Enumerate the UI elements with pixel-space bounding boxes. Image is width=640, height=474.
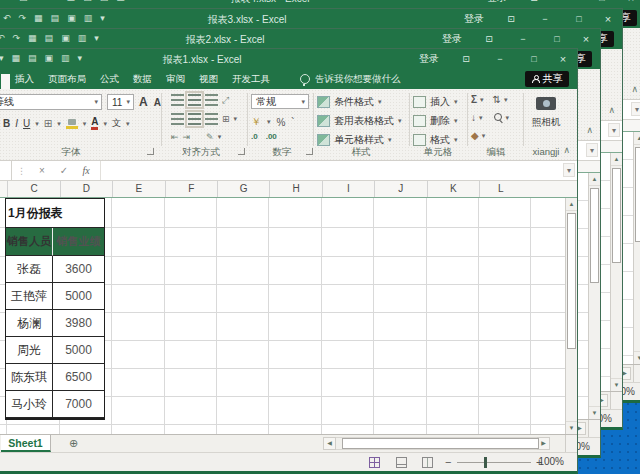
qat-more-icon[interactable]: ▾ [78, 52, 83, 65]
decrease-decimal-icon[interactable]: .00 [266, 132, 277, 141]
column-header[interactable]: D [61, 181, 113, 197]
qat-icon[interactable]: ▣ [61, 32, 70, 45]
excel-window-1[interactable]: ▾ ▦ ▤ ▣ ▥ ▾ 报表1.xlsx - Excel 登录 ⊡ − □ × … [0, 48, 578, 474]
enter-icon[interactable]: ✓ [53, 165, 75, 176]
vertical-scrollbar[interactable]: ▲ ▼ [588, 173, 600, 419]
sheet-tab-sheet1[interactable]: Sheet1 [1, 435, 51, 452]
expand-formula-bar-icon[interactable]: ▾ [563, 163, 575, 177]
name-box[interactable] [1, 161, 12, 180]
column-header[interactable]: E [113, 181, 165, 197]
ribbon-options-button[interactable]: ⊡ [517, 0, 551, 3]
qat-icon[interactable]: ▣ [45, 52, 54, 65]
drag-handle-icon[interactable]: ⋮ [17, 166, 26, 176]
undo-icon[interactable]: ↶ [0, 32, 5, 45]
column-header[interactable]: I [323, 181, 375, 197]
cell-sales-person[interactable]: 张磊 [6, 256, 53, 283]
vertical-scrollbar[interactable]: ▲ ▼ [633, 132, 640, 364]
expand-formula-bar-icon[interactable]: ▾ [586, 143, 598, 157]
scrollbar-track[interactable] [336, 437, 537, 450]
scroll-up-icon[interactable]: ▲ [589, 173, 600, 186]
sheet-tab-strip[interactable]: Sheet1 ⊕ ◀ ▶ [0, 434, 577, 452]
align-bottom-icon[interactable] [205, 94, 218, 106]
cell-sales-person[interactable]: 杨澜 [6, 310, 53, 337]
minimize-button[interactable]: − [528, 14, 562, 24]
vertical-scrollbar[interactable]: ▲ ▼ [565, 198, 577, 434]
format-as-table-button[interactable]: 套用表格格式 [334, 114, 394, 128]
scroll-up-icon[interactable]: ▲ [611, 153, 622, 166]
scroll-up-icon[interactable]: ▲ [566, 198, 577, 211]
align-middle-icon[interactable] [188, 94, 201, 106]
column-header[interactable]: G [218, 181, 270, 197]
undo-icon[interactable]: ↶ [36, 0, 44, 4]
conditional-formatting-button[interactable]: 条件格式 [334, 95, 374, 109]
column-header[interactable]: F [166, 181, 218, 197]
sign-in-button[interactable]: 登录 [454, 12, 494, 26]
ribbon-options-button[interactable]: ⊡ [494, 14, 528, 24]
cell-sales-value[interactable]: 6500 [53, 364, 104, 391]
new-sheet-icon[interactable]: ⊕ [69, 437, 78, 450]
tab-formulas[interactable]: 公式 [100, 73, 119, 86]
close-button[interactable]: × [574, 33, 598, 45]
collapse-ribbon-icon[interactable]: ∧ [586, 126, 593, 135]
qat-icon[interactable]: ▤ [45, 32, 54, 45]
qat-icon[interactable]: ▤ [28, 52, 37, 65]
scrollbar-thumb[interactable] [342, 438, 539, 449]
collapse-ribbon-icon[interactable]: ∧ [608, 106, 615, 115]
scrollbar-thumb[interactable] [635, 147, 640, 242]
print-icon[interactable]: ▥ [61, 52, 70, 65]
qat-icon[interactable]: ▦ [67, 0, 76, 4]
restore-button[interactable]: □ [562, 14, 596, 24]
print-icon[interactable]: ▥ [78, 32, 87, 45]
qat-icon[interactable]: ▦ [12, 52, 21, 65]
comma-icon[interactable]: ՝ [291, 117, 293, 128]
cell-sales-person[interactable]: 王艳萍 [6, 283, 53, 310]
zoom-slider-thumb[interactable] [484, 457, 487, 468]
share-button[interactable]: 共享 [525, 71, 569, 87]
font-dialog-launcher-icon[interactable] [147, 148, 154, 155]
qat-icon[interactable]: ▤ [51, 12, 60, 25]
sheet-grid[interactable]: 1月份报表 销售人员 销售业绩 张磊 3600 王艳萍 5000 杨澜 3980 [0, 198, 577, 434]
title-bar[interactable]: ▣ ↶ ↷ ▦ ▤ ▣ ▥ 报表4.xlsx - Excel 登录 ⊡ − □ … [0, 0, 640, 8]
cell-styles-button[interactable]: 单元格样式 [334, 133, 384, 147]
tab-developer[interactable]: 开发工具 [232, 73, 270, 86]
insert-cells-button[interactable]: 插入 [430, 95, 450, 109]
scroll-down-icon[interactable]: ▼ [566, 421, 577, 434]
tab-page-layout[interactable]: 页面布局 [48, 73, 86, 86]
scroll-down-icon[interactable]: ▼ [589, 406, 600, 419]
insert-function-icon[interactable]: fx [75, 165, 97, 176]
expand-formula-bar-icon[interactable]: ▾ [631, 102, 640, 116]
restore-button[interactable]: □ [517, 54, 551, 64]
ribbon-options-button[interactable]: ⊡ [472, 34, 506, 44]
font-color-icon[interactable]: A [91, 117, 98, 130]
quick-access-toolbar[interactable]: ▣ ↶ ↷ ▦ ▤ ▣ ▥ [19, 0, 125, 4]
align-right-icon[interactable] [205, 113, 218, 125]
cancel-icon[interactable]: × [31, 165, 53, 176]
column-header[interactable]: C [8, 181, 60, 197]
orientation-abc-icon[interactable]: ✎ [206, 132, 214, 142]
quick-access-toolbar[interactable]: ▾ ▦ ▤ ▣ ▥ ▾ [0, 52, 82, 65]
print-icon[interactable]: ▥ [116, 0, 125, 4]
minimize-button[interactable]: − [551, 0, 585, 3]
tab-data[interactable]: 数据 [133, 73, 152, 86]
quick-access-toolbar[interactable]: ↶ ↷ ▦ ▤ ▣ ▥ ▾ [3, 12, 105, 25]
orientation-icon[interactable]: ⤢ [222, 95, 229, 106]
currency-icon[interactable]: ￥ [251, 115, 261, 129]
align-center-icon[interactable] [188, 113, 201, 125]
qat-icon[interactable]: ▣ [67, 12, 76, 25]
redo-icon[interactable]: ↷ [51, 0, 59, 4]
title-bar[interactable]: ▾ ▦ ▤ ▣ ▥ ▾ 报表1.xlsx - Excel 登录 ⊡ − □ × [0, 49, 577, 69]
scrollbar-thumb[interactable] [567, 213, 576, 349]
vertical-scrollbar[interactable]: ▲ ▼ [610, 153, 622, 391]
sign-in-button[interactable]: 登录 [432, 32, 472, 46]
restore-button[interactable]: □ [540, 34, 574, 44]
fill-down-icon[interactable]: ↓ [471, 112, 476, 123]
number-format-combo[interactable]: 常规 ▾ [251, 94, 309, 109]
column-headers[interactable]: B C D E F G H I J K L [0, 181, 577, 198]
borders-icon[interactable]: ⊞ [44, 118, 52, 129]
increase-decimal-icon[interactable]: .0 [251, 132, 258, 141]
close-button[interactable]: × [551, 53, 575, 65]
sign-in-button[interactable]: 登录 [477, 0, 517, 5]
normal-view-icon[interactable] [369, 457, 380, 468]
tab-view[interactable]: 视图 [199, 73, 218, 86]
formula-bar[interactable]: ⋮ × ✓ fx ▾ [0, 161, 577, 181]
